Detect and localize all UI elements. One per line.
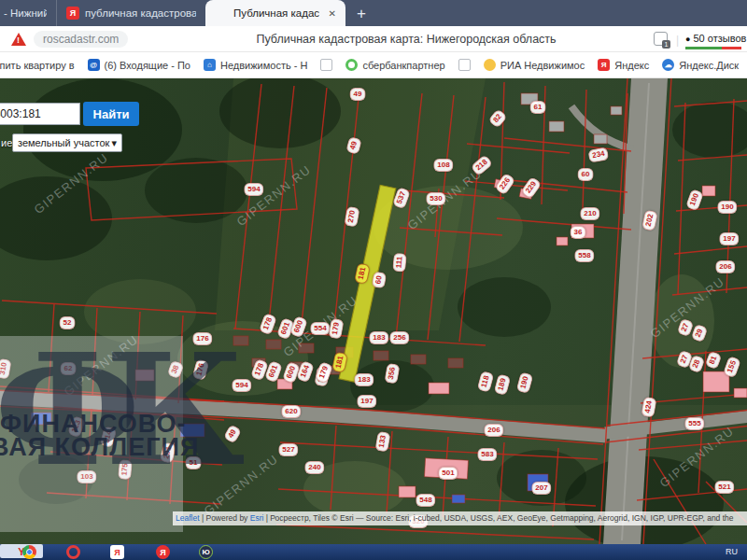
page-icon [458, 59, 471, 71]
parcel-label[interactable]: 594 [232, 379, 251, 392]
toolbar-separator: | [676, 34, 679, 47]
reviews-count: 50 отзывов [694, 33, 747, 44]
bookmark-yandex-disk[interactable]: ☁ Яндекс.Диск [662, 59, 739, 71]
bookmark-page-2[interactable] [458, 59, 471, 71]
yandex-browser-active-icon[interactable]: Y [0, 544, 43, 558]
tab-3-active[interactable]: Публичная кадастрова ✕ [205, 0, 345, 26]
map-attribution: Leaflet | Powered by Esri | Росреестр, T… [173, 511, 747, 525]
collections-icon[interactable]: 1 [654, 32, 668, 46]
tab-bar: - Нижний Я публичная кадастровая к Публи… [0, 0, 747, 26]
parcel-label[interactable]: 197 [719, 232, 739, 245]
yandex-icon: Я [598, 59, 610, 71]
new-tab-button[interactable]: + [357, 5, 366, 23]
bookmark-inbox[interactable]: @ (6) Входящие - По [88, 59, 190, 71]
rating-bar [685, 47, 741, 49]
parcel-label[interactable]: 197 [357, 395, 376, 408]
parcel-label[interactable]: 183 [369, 331, 388, 344]
close-tab-icon[interactable]: ✕ [329, 8, 336, 19]
bookmark-yandex[interactable]: Я Яндекс [598, 59, 649, 71]
parcel-label[interactable]: 61 [530, 101, 546, 114]
parcel-label[interactable]: 108 [433, 159, 453, 172]
parcel-label[interactable]: 183 [354, 373, 374, 386]
bookmarks-bar: упить квартиру в @ (6) Входящие - По ⌂ Н… [0, 52, 747, 78]
cloud-icon: ☁ [662, 59, 674, 71]
url-field[interactable]: roscadastr.com [34, 31, 128, 48]
yandex-search-icon[interactable]: Я [110, 545, 124, 559]
reviews-widget[interactable]: ● 50 отзывов [685, 33, 746, 44]
review-bubble-icon: ● [685, 35, 690, 44]
parcel-label[interactable]: 521 [714, 481, 734, 494]
parcel-label[interactable]: 206 [484, 424, 503, 437]
parcel-label[interactable]: 240 [304, 461, 324, 474]
parcel-label[interactable]: 555 [684, 417, 704, 430]
leaflet-link[interactable]: Leaflet [176, 513, 200, 523]
bookmark-realty[interactable]: ⌂ Недвижимость - Н [204, 59, 307, 71]
parcel-label[interactable]: 206 [715, 260, 735, 273]
chevron-down-icon: ▾ [111, 137, 117, 149]
esri-link[interactable]: Esri [250, 513, 264, 523]
tab-3-title: Публичная кадастрова [233, 7, 319, 19]
object-type-select[interactable]: земельный участок ▾ [12, 133, 122, 152]
parcel-label[interactable]: 594 [244, 183, 263, 196]
language-indicator[interactable]: RU [726, 547, 738, 556]
badge: 1 [662, 40, 670, 49]
bookmark-sberbankpartner[interactable]: сбербанкпартнер [345, 59, 444, 71]
parcel-label[interactable]: 554 [310, 322, 330, 335]
cadastral-map-favicon-icon [215, 7, 228, 20]
parcel-label[interactable]: 548 [416, 494, 435, 507]
tab-1-title: - Нижний [4, 7, 47, 19]
yandex-favicon-icon: Я [66, 7, 79, 20]
cadastral-search-input[interactable] [0, 103, 80, 125]
page-title: Публичная кадастровая карта: Нижегородск… [252, 33, 560, 46]
bookmark-ria[interactable]: РИА Недвижимос [484, 59, 585, 71]
security-warning-icon[interactable]: ! [11, 33, 26, 46]
tab-2-title: публичная кадастровая к [85, 7, 196, 19]
parcel-label[interactable]: 210 [580, 207, 599, 220]
parcel-label[interactable]: 620 [281, 405, 301, 418]
chrome-icon[interactable] [22, 545, 36, 559]
parcel-label[interactable]: 530 [426, 192, 445, 205]
tab-1[interactable]: - Нижний [0, 0, 56, 26]
bookmark-kvartira[interactable]: упить квартиру в [0, 60, 75, 71]
page-icon [320, 59, 332, 71]
tab-2[interactable]: Я публичная кадастровая к [56, 0, 205, 26]
agency-name-line2: ВАЯ КОЛЛЕГИЯ [0, 433, 199, 462]
parcel-label[interactable]: 207 [531, 482, 551, 495]
yandex-app-icon[interactable]: Я [156, 545, 170, 559]
sber-icon [345, 59, 358, 71]
address-bar: ! roscadastr.com Публичная кадастровая к… [0, 26, 747, 52]
taskbar: Я Я Ю Y RU [0, 544, 747, 560]
search-button[interactable]: Найти [83, 102, 139, 126]
parcel-label[interactable]: 558 [574, 249, 594, 262]
cadastral-map[interactable]: 4959449270537530108218618222622923460210… [0, 78, 747, 544]
parcel-label[interactable]: 256 [389, 331, 409, 344]
mail-icon: @ [88, 59, 100, 71]
browser-window: - Нижний Я публичная кадастровая к Публи… [0, 0, 747, 560]
opera-icon[interactable] [66, 545, 80, 559]
realty-icon: ⌂ [204, 59, 216, 71]
yumoney-icon[interactable]: Ю [199, 545, 213, 559]
parcel-label[interactable]: 111 [392, 252, 407, 273]
parcel-label[interactable]: 501 [438, 467, 458, 480]
parcel-label[interactable]: 49 [350, 88, 366, 101]
parcel-label[interactable]: 583 [477, 448, 497, 461]
bookmark-page[interactable] [320, 59, 332, 71]
parcel-label[interactable]: 527 [278, 443, 298, 456]
parcel-label[interactable]: 60 [578, 168, 594, 181]
ria-icon [484, 59, 496, 71]
parcel-label[interactable]: 36 [571, 226, 586, 239]
parcel-label[interactable]: 190 [717, 201, 737, 214]
